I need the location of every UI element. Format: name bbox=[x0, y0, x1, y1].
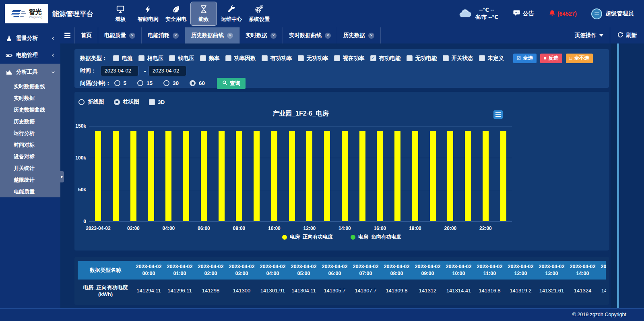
invert-selection-button[interactable]: ■反选 bbox=[540, 54, 562, 63]
sidebar-subitem-实时数据曲线[interactable]: 实时数据曲线 bbox=[0, 81, 60, 92]
interval-radio-60[interactable]: 60 bbox=[190, 80, 205, 86]
scrollbar-thumb[interactable] bbox=[617, 43, 619, 308]
bar-01:00[interactable] bbox=[113, 131, 119, 221]
tab-历史数据曲线[interactable]: 历史数据曲线✕ bbox=[185, 27, 239, 43]
close-icon[interactable]: ✕ bbox=[325, 33, 331, 39]
sidebar-subitem-时间对标[interactable]: 时间对标 bbox=[0, 139, 60, 151]
bar-13:00[interactable] bbox=[324, 131, 330, 221]
close-icon[interactable]: ✕ bbox=[227, 33, 233, 39]
weather-widget[interactable]: --℃ -- 省/市 --℃ bbox=[458, 6, 498, 21]
bar-23:00[interactable] bbox=[500, 131, 506, 221]
bar-06:00[interactable] bbox=[201, 131, 207, 221]
bar-03:00[interactable] bbox=[148, 131, 154, 221]
bar-22:00[interactable] bbox=[483, 131, 489, 221]
datatype-checkbox-频率[interactable]: 频率 bbox=[200, 55, 220, 62]
sidebar-collapse-handle[interactable]: ▶ bbox=[60, 171, 64, 182]
bar-09:00[interactable] bbox=[254, 131, 260, 221]
analysis-icon bbox=[6, 69, 12, 76]
tab-operations-label: 页签操作 bbox=[575, 32, 597, 39]
datatype-checkbox-电流[interactable]: 电流 bbox=[113, 55, 133, 62]
bar-19:00[interactable] bbox=[430, 131, 436, 221]
alarm-button[interactable]: (64527) bbox=[549, 10, 577, 18]
interval-radio-5[interactable]: 5 bbox=[114, 80, 127, 86]
bar-05:00[interactable] bbox=[183, 131, 189, 221]
bar-17:00[interactable] bbox=[394, 131, 400, 221]
bar-20:00[interactable] bbox=[447, 131, 453, 221]
select-none-button[interactable]: □全不选 bbox=[566, 54, 593, 63]
sidebar-subitem-实时数据[interactable]: 实时数据 bbox=[0, 92, 60, 104]
chart-toolbox-icon[interactable] bbox=[493, 110, 503, 119]
datatype-checkbox-无功电能[interactable]: 无功电能 bbox=[407, 55, 437, 62]
tab-实时数据[interactable]: 实时数据✕ bbox=[239, 27, 283, 43]
bar-11:00[interactable] bbox=[289, 131, 295, 221]
bar-07:00[interactable] bbox=[219, 131, 225, 221]
close-icon[interactable]: ✕ bbox=[173, 33, 179, 39]
sidebar-subitem-设备对标[interactable]: 设备对标 bbox=[0, 151, 60, 162]
close-icon[interactable]: ✕ bbox=[270, 33, 277, 39]
hamburger-menu-icon[interactable] bbox=[60, 27, 75, 43]
sidebar-group: 需量分析 bbox=[0, 30, 60, 47]
sidebar-subitem-历史数据[interactable]: 历史数据 bbox=[0, 116, 60, 127]
bar-02:00[interactable] bbox=[130, 131, 136, 221]
bar-00:00[interactable] bbox=[95, 131, 101, 221]
bar-16:00[interactable] bbox=[377, 131, 383, 221]
query-button[interactable]: 查询 bbox=[217, 78, 246, 89]
bar-08:00[interactable] bbox=[236, 131, 242, 221]
sidebar-subitem-电能质量[interactable]: 电能质量 bbox=[0, 186, 60, 197]
bar-14:00[interactable] bbox=[342, 131, 348, 221]
tab-电能质量[interactable]: 电能质量✕ bbox=[98, 27, 142, 43]
chart-type-折线图[interactable]: 折线图 bbox=[78, 98, 104, 106]
top-navbar: 智光 Zhiguang 能源管理平台 看板智能电网安全用电能效运维中心系统设置 … bbox=[0, 0, 644, 27]
tab-电能消耗[interactable]: 电能消耗✕ bbox=[142, 27, 185, 43]
chart-type-柱状图[interactable]: 柱状图 bbox=[114, 98, 140, 106]
sidebar-subitem-越限统计[interactable]: 越限统计 bbox=[0, 174, 60, 186]
interval-radio-15[interactable]: 15 bbox=[137, 80, 153, 86]
interval-radio-30[interactable]: 30 bbox=[163, 80, 179, 86]
bar-12:00[interactable] bbox=[306, 131, 312, 221]
refresh-button[interactable]: 刷新 bbox=[610, 27, 644, 43]
datatype-checkbox-线电压[interactable]: 线电压 bbox=[169, 55, 194, 62]
bar-15:00[interactable] bbox=[359, 131, 365, 221]
nav-item-ops[interactable]: 运维中心 bbox=[218, 2, 245, 26]
sidebar-subitem-历史数据曲线[interactable]: 历史数据曲线 bbox=[0, 104, 60, 116]
tab-首页[interactable]: 首页 bbox=[75, 27, 98, 43]
checked-square-icon: ☑ bbox=[517, 56, 521, 60]
sidebar-item-分析工具[interactable]: 分析工具 bbox=[0, 64, 60, 81]
select-all-button[interactable]: ☑全选 bbox=[513, 54, 537, 63]
datatype-checkbox-有功功率[interactable]: 有功功率 bbox=[262, 55, 292, 62]
legend-item-电房_负向有功电度[interactable]: 电房_负向有功电度 bbox=[351, 234, 401, 240]
nav-item-settings[interactable]: 系统设置 bbox=[246, 2, 272, 26]
tab-operations-dropdown[interactable]: 页签操作 bbox=[568, 27, 610, 43]
date-from-input[interactable] bbox=[101, 66, 138, 76]
sidebar-item-电能管理[interactable]: 电能管理 bbox=[0, 47, 60, 64]
datatype-checkbox-视在功率[interactable]: 视在功率 bbox=[334, 55, 365, 62]
bar-21:00[interactable] bbox=[465, 131, 471, 221]
bar-04:00[interactable] bbox=[165, 131, 171, 221]
datatype-checkbox-无功功率[interactable]: 无功功率 bbox=[298, 55, 328, 62]
date-to-input[interactable] bbox=[149, 66, 186, 76]
bar-18:00[interactable] bbox=[412, 131, 418, 221]
chart-type-3D[interactable]: 3D bbox=[149, 99, 165, 105]
radio-icon bbox=[137, 80, 143, 86]
sidebar-subitem-开关统计[interactable]: 开关统计 bbox=[0, 162, 60, 174]
tab-实时数据曲线[interactable]: 实时数据曲线✕ bbox=[283, 27, 337, 43]
tab-历史数据[interactable]: 历史数据✕ bbox=[337, 27, 381, 43]
user-menu[interactable]: 超级管理员 bbox=[591, 8, 634, 19]
close-icon[interactable]: ✕ bbox=[129, 33, 135, 39]
datatype-checkbox-未定义[interactable]: 未定义 bbox=[479, 55, 504, 62]
nav-item-safe-power[interactable]: 安全用电 bbox=[163, 2, 189, 26]
legend-item-电房_正向有功电度[interactable]: 电房_正向有功电度 bbox=[282, 234, 333, 240]
datatype-checkbox-功率因数[interactable]: 功率因数 bbox=[225, 55, 256, 62]
datatype-checkbox-有功电能[interactable]: ✓有功电能 bbox=[370, 55, 401, 62]
bar-10:00[interactable] bbox=[271, 131, 277, 221]
nav-item-smart-grid[interactable]: 智能电网 bbox=[135, 2, 161, 26]
close-icon[interactable]: ✕ bbox=[368, 33, 374, 39]
sidebar-subitem-运行分析[interactable]: 运行分析 bbox=[0, 127, 60, 139]
speech-bubble-icon bbox=[513, 9, 520, 18]
datatype-checkbox-相电压[interactable]: 相电压 bbox=[138, 55, 164, 62]
nav-item-dashboard[interactable]: 看板 bbox=[107, 2, 134, 26]
datatype-checkbox-开关状态[interactable]: 开关状态 bbox=[443, 55, 473, 62]
nav-item-energy[interactable]: 能效 bbox=[190, 2, 217, 26]
sidebar-item-需量分析[interactable]: 需量分析 bbox=[0, 30, 60, 47]
notice-button[interactable]: 公告 bbox=[513, 9, 534, 18]
